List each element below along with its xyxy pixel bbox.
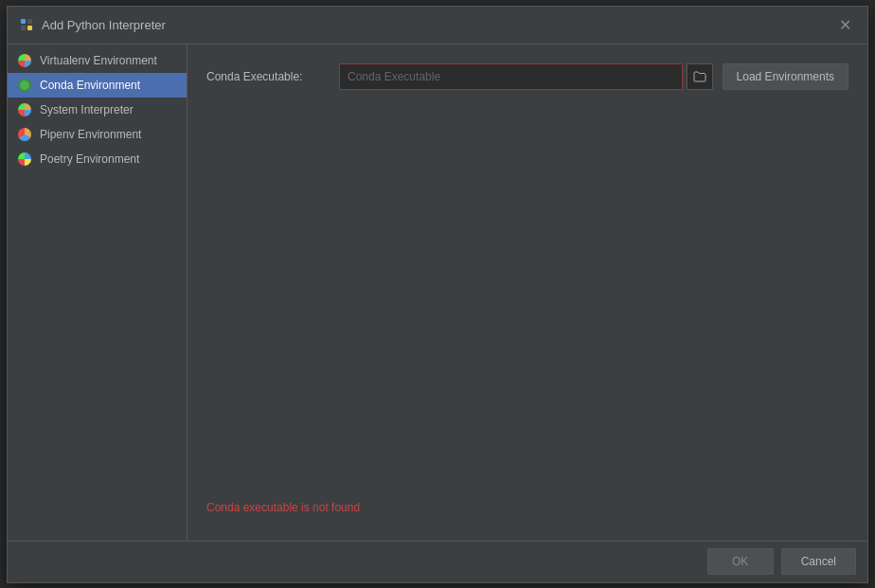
svg-rect-0: [21, 19, 26, 24]
conda-icon: [17, 78, 32, 93]
main-content: Conda Executable: Load Environments Cond…: [188, 45, 867, 541]
cancel-button[interactable]: Cancel: [781, 548, 856, 575]
add-python-interpreter-dialog: Add Python Interpreter ✕ Virtualenv Envi…: [7, 6, 868, 583]
folder-icon: [693, 71, 706, 82]
dialog-body: Virtualenv Environment Conda Environment…: [8, 45, 867, 541]
title-bar: Add Python Interpreter ✕: [8, 7, 867, 45]
sidebar-item-poetry[interactable]: Poetry Environment: [8, 147, 187, 171]
system-icon: [17, 102, 32, 117]
conda-executable-row: Conda Executable: Load Environments: [206, 63, 848, 90]
svg-rect-3: [27, 19, 32, 24]
dialog-footer: OK Cancel: [8, 541, 867, 582]
sidebar-item-virtualenv[interactable]: Virtualenv Environment: [8, 48, 187, 73]
conda-executable-input[interactable]: [339, 63, 683, 90]
ok-button[interactable]: OK: [707, 548, 774, 575]
svg-rect-2: [21, 26, 26, 30]
content-spacer: [206, 101, 848, 501]
virtualenv-icon: [17, 53, 32, 68]
sidebar-item-system[interactable]: System Interpreter: [8, 98, 187, 122]
svg-rect-1: [27, 26, 32, 30]
sidebar-item-label-poetry: Poetry Environment: [40, 152, 139, 166]
sidebar: Virtualenv Environment Conda Environment…: [8, 45, 188, 541]
browse-folder-button[interactable]: [687, 63, 713, 90]
close-button[interactable]: ✕: [833, 13, 856, 36]
conda-executable-input-group: [339, 63, 713, 90]
pipenv-icon: [17, 127, 32, 142]
sidebar-item-pipenv[interactable]: Pipenv Environment: [8, 122, 187, 147]
conda-executable-label: Conda Executable:: [206, 70, 330, 83]
sidebar-item-label-virtualenv: Virtualenv Environment: [40, 54, 157, 67]
sidebar-item-conda[interactable]: Conda Environment: [8, 73, 187, 98]
sidebar-item-label-pipenv: Pipenv Environment: [40, 128, 141, 141]
python-icon: [19, 17, 34, 32]
sidebar-item-label-system: System Interpreter: [40, 103, 134, 116]
sidebar-item-label-conda: Conda Environment: [40, 79, 140, 92]
poetry-icon: [17, 151, 32, 167]
title-left: Add Python Interpreter: [19, 17, 166, 32]
error-message: Conda executable is not found: [206, 501, 848, 522]
dialog-title: Add Python Interpreter: [42, 18, 166, 32]
load-environments-button[interactable]: Load Environments: [723, 63, 848, 90]
